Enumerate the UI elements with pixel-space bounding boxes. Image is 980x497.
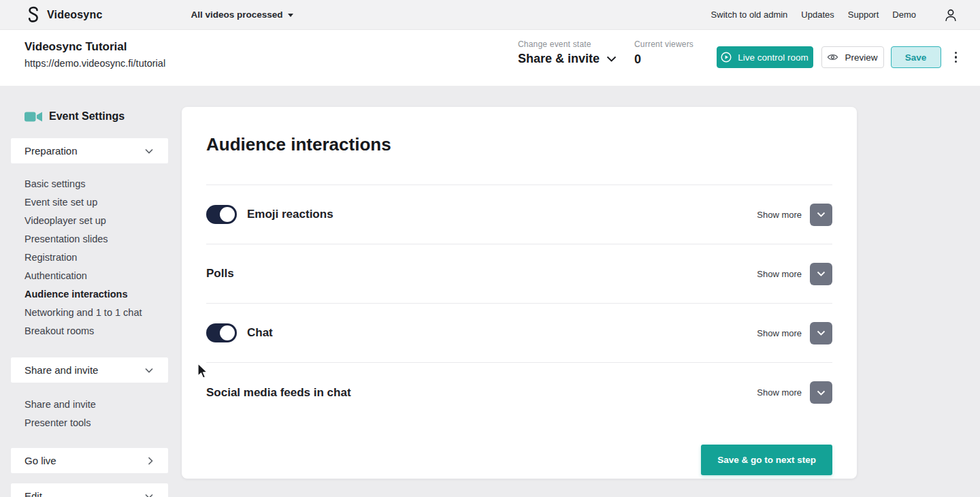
- preparation-items: Basic settings Event site set up Videopl…: [11, 163, 168, 340]
- show-more-label[interactable]: Show more: [757, 387, 802, 398]
- sidebar-group-edit[interactable]: Edit: [11, 483, 168, 497]
- sidebar-item-audience-interactions[interactable]: Audience interactions: [24, 285, 168, 303]
- user-account-button[interactable]: [943, 7, 958, 22]
- settings-sidebar: Event Settings Preparation Basic setting…: [11, 108, 168, 497]
- videos-status-dropdown[interactable]: All videos processed: [191, 10, 293, 20]
- save-and-next-step-button[interactable]: Save & go to next step: [701, 445, 832, 475]
- header-actions: Live control room Preview Save: [717, 46, 962, 68]
- feature-row-chat: Chat Show more: [206, 304, 832, 363]
- top-bar: Videosync All videos processed Switch to…: [0, 0, 980, 30]
- chevron-down-icon: [145, 494, 153, 497]
- feature-label: Polls: [206, 267, 234, 280]
- sidebar-group-preparation[interactable]: Preparation: [11, 138, 168, 163]
- audience-interactions-card: Audience interactions Emoji reactions Sh…: [182, 107, 857, 479]
- current-viewers-count: 0: [634, 52, 693, 67]
- link-demo[interactable]: Demo: [892, 10, 916, 20]
- current-viewers-label: Current viewers: [634, 39, 693, 49]
- sidebar-group-go-live[interactable]: Go live: [11, 448, 168, 473]
- sidebar-title: Event Settings: [11, 108, 168, 125]
- videos-status-label: All videos processed: [191, 10, 283, 20]
- videosync-logo-icon: [26, 6, 41, 24]
- show-more-button[interactable]: [810, 381, 832, 404]
- event-state-dropdown[interactable]: Share & invite: [518, 52, 617, 66]
- current-viewers-block: Current viewers 0: [634, 39, 693, 67]
- show-more-button[interactable]: [810, 263, 832, 285]
- chevron-down-icon: [606, 56, 617, 62]
- preview-button[interactable]: Preview: [821, 46, 884, 68]
- video-camera-icon: [24, 111, 42, 123]
- link-switch-old-admin[interactable]: Switch to old admin: [711, 10, 788, 20]
- chevron-right-icon: [148, 457, 153, 465]
- show-more-label[interactable]: Show more: [757, 269, 802, 279]
- event-url: https://demo.videosync.fi/tutorial: [24, 58, 165, 69]
- sidebar-item-authentication[interactable]: Authentication: [24, 266, 168, 285]
- eye-icon: [827, 53, 838, 61]
- event-title-block: Videosync Tutorial https://demo.videosyn…: [24, 40, 165, 69]
- sidebar-group-share-and-invite[interactable]: Share and invite: [11, 357, 168, 383]
- event-title: Videosync Tutorial: [24, 40, 165, 54]
- show-more-button[interactable]: [810, 322, 832, 344]
- sidebar-item-presentation-slides[interactable]: Presentation slides: [24, 229, 168, 248]
- chevron-down-icon: [817, 271, 826, 276]
- toggle-knob: [220, 207, 235, 222]
- toggle-knob: [220, 325, 235, 340]
- caret-down-icon: [288, 14, 293, 17]
- top-links: Switch to old admin Updates Support Demo: [711, 10, 916, 20]
- main-area: Event Settings Preparation Basic setting…: [0, 86, 980, 497]
- chevron-down-icon: [145, 148, 153, 154]
- feature-row-polls: Polls Show more: [206, 244, 832, 304]
- chevron-down-icon: [817, 212, 826, 217]
- share-invite-items: Share and invite Presenter tools: [11, 383, 168, 432]
- sidebar-item-event-site-set-up[interactable]: Event site set up: [24, 193, 168, 211]
- person-icon: [943, 7, 958, 22]
- save-button[interactable]: Save: [891, 46, 941, 68]
- emoji-reactions-toggle[interactable]: [206, 205, 237, 224]
- sidebar-item-breakout-rooms[interactable]: Breakout rooms: [24, 321, 168, 340]
- link-updates[interactable]: Updates: [801, 10, 834, 20]
- page-title: Audience interactions: [206, 134, 832, 155]
- brand[interactable]: Videosync: [26, 6, 103, 24]
- event-state-label: Change event state: [518, 39, 617, 49]
- brand-name: Videosync: [47, 9, 103, 21]
- play-circle-icon: [721, 52, 732, 63]
- event-state-block: Change event state Share & invite: [518, 39, 617, 66]
- chat-toggle[interactable]: [206, 323, 237, 342]
- chevron-down-icon: [817, 330, 826, 336]
- feature-label: Social media feeds in chat: [206, 386, 351, 400]
- sidebar-item-share-and-invite[interactable]: Share and invite: [24, 395, 168, 413]
- sidebar-item-videoplayer-set-up[interactable]: Videoplayer set up: [24, 211, 168, 229]
- chevron-down-icon: [817, 390, 826, 396]
- feature-row-emoji-reactions: Emoji reactions Show more: [206, 185, 832, 244]
- kebab-icon: [955, 52, 958, 54]
- feature-label: Chat: [247, 326, 273, 340]
- show-more-label[interactable]: Show more: [757, 210, 802, 220]
- show-more-button[interactable]: [810, 204, 832, 226]
- link-support[interactable]: Support: [848, 10, 879, 20]
- event-header: Videosync Tutorial https://demo.videosyn…: [0, 30, 980, 86]
- preview-label: Preview: [845, 52, 877, 63]
- live-control-room-button[interactable]: Live control room: [717, 46, 813, 68]
- feature-row-social-media-feeds: Social media feeds in chat Show more: [206, 363, 832, 422]
- more-options-button[interactable]: [951, 48, 962, 67]
- sidebar-item-presenter-tools[interactable]: Presenter tools: [24, 413, 168, 432]
- sidebar-item-networking[interactable]: Networking and 1 to 1 chat: [24, 303, 168, 321]
- save-label: Save: [905, 52, 927, 63]
- sidebar-item-basic-settings[interactable]: Basic settings: [24, 174, 168, 193]
- live-control-room-label: Live control room: [738, 52, 808, 63]
- chevron-down-icon: [145, 368, 153, 373]
- sidebar-item-registration[interactable]: Registration: [24, 248, 168, 266]
- feature-label: Emoji reactions: [247, 208, 333, 221]
- show-more-label[interactable]: Show more: [757, 328, 802, 338]
- event-state-value: Share & invite: [518, 52, 600, 66]
